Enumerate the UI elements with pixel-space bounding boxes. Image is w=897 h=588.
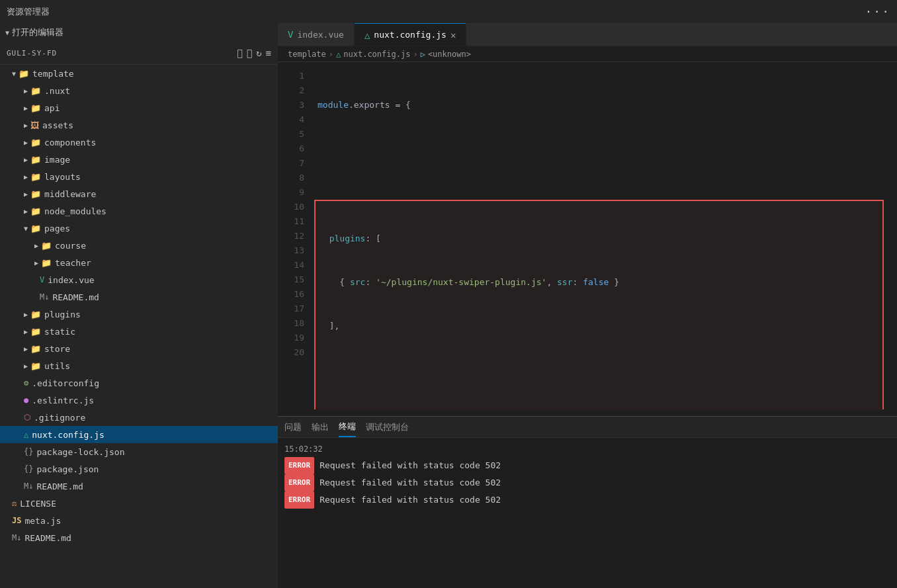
- panel-tabs: 问题 输出 终端 调试控制台: [278, 417, 897, 438]
- panel-content: 15:02:32 ERROR Request failed with statu…: [278, 438, 897, 588]
- md-template-icon: M↓: [24, 482, 33, 491]
- sidebar-item-editorconfig[interactable]: ⚙ .editorconfig: [0, 374, 278, 392]
- main-layout: ▼ 打开的编辑器 GULI-SY-FD   ↻ ≡ ▼ 📁 template: [0, 23, 897, 588]
- sidebar-item-package-json[interactable]: {} package.json: [0, 460, 278, 478]
- middleware-label: middleware: [44, 189, 96, 199]
- editor-area: V index.vue △ nuxt.config.js ✕ template …: [278, 23, 897, 588]
- line-numbers: 12345 678910 1112131415 1617181920: [278, 69, 314, 409]
- more-icon[interactable]: ···: [865, 5, 890, 19]
- json-lock-icon: {}: [24, 447, 33, 456]
- sidebar-item-assets[interactable]: ▶ 🖼 assets: [0, 116, 278, 134]
- sidebar-item-nuxt-config[interactable]: △ nuxt.config.js: [0, 426, 278, 443]
- license-icon: ⚖: [12, 499, 17, 508]
- sidebar-item-node-modules[interactable]: ▶ 📁 node_modules: [0, 202, 278, 220]
- tab-nuxt-config[interactable]: △ nuxt.config.js ✕: [355, 23, 466, 46]
- sidebar-item-template[interactable]: ▼ 📁 template: [0, 65, 278, 82]
- template-chevron: ▼: [12, 70, 16, 77]
- folder-store-icon: 📁: [30, 344, 41, 354]
- sidebar-item-layouts[interactable]: ▶ 📁 layouts: [0, 168, 278, 185]
- sidebar-item-readme-root[interactable]: M↓ README.md: [0, 529, 278, 546]
- course-chevron: ▶: [34, 242, 38, 249]
- sidebar-item-course[interactable]: ▶ 📁 course: [0, 237, 278, 254]
- store-label: store: [44, 344, 70, 354]
- code-editor[interactable]: 12345 678910 1112131415 1617181920 modul…: [278, 62, 897, 416]
- sidebar-item-meta-js[interactable]: JS meta.js: [0, 512, 278, 529]
- tab-close-icon[interactable]: ✕: [450, 30, 456, 40]
- node-modules-label: node_modules: [44, 206, 107, 216]
- panel-tab-debug[interactable]: 调试控制台: [366, 418, 409, 437]
- breadcrumb: template › △ nuxt.config.js › ▷ <unknown…: [278, 46, 897, 62]
- folder-components-icon: 📁: [30, 138, 41, 147]
- code-line-5: ],: [316, 319, 882, 333]
- template-label: template: [32, 69, 74, 79]
- sidebar-item-index-vue[interactable]: V index.vue: [0, 271, 278, 288]
- error-message-3: Request failed with status code 502: [320, 492, 501, 508]
- sidebar-item-utils[interactable]: ▶ 📁 utils: [0, 357, 278, 374]
- sidebar-item-components[interactable]: ▶ 📁 components: [0, 134, 278, 151]
- sidebar-item-teacher[interactable]: ▶ 📁 teacher: [0, 254, 278, 271]
- folder-pages-icon: 📁: [30, 224, 41, 233]
- open-editors-header[interactable]: ▼ 打开的编辑器: [0, 23, 278, 42]
- refresh-icon[interactable]: ↻: [256, 48, 261, 58]
- folder-api-icon: 📁: [30, 103, 41, 113]
- eslintrc-label: .eslintrc.js: [32, 396, 94, 405]
- folder-node-modules-icon: 📁: [30, 206, 41, 216]
- nuxt-label: .nuxt: [44, 86, 70, 96]
- readme-pages-label: README.md: [52, 292, 99, 302]
- utils-label: utils: [44, 361, 70, 371]
- breadcrumb-nuxt-icon: △: [336, 50, 341, 59]
- api-label: api: [44, 103, 60, 113]
- course-label: course: [55, 241, 86, 251]
- collapse-icon[interactable]: ≡: [266, 48, 271, 58]
- tab-vue-icon: V: [288, 29, 293, 40]
- new-file-icon[interactable]: : [237, 48, 242, 58]
- sidebar-item-eslintrc[interactable]: ● .eslintrc.js: [0, 392, 278, 409]
- sidebar-actions:   ↻ ≡: [237, 48, 271, 58]
- tab-index-vue[interactable]: V index.vue: [278, 23, 355, 46]
- breadcrumb-sep-2: ›: [413, 50, 417, 59]
- sidebar-item-middleware[interactable]: ▶ 📁 middleware: [0, 185, 278, 202]
- md-root-icon: M↓: [12, 533, 21, 542]
- sidebar-item-readme-pages[interactable]: M↓ README.md: [0, 288, 278, 306]
- root-label: GULI-SY-FD: [7, 49, 237, 58]
- sidebar-item-store[interactable]: ▶ 📁 store: [0, 340, 278, 357]
- code-line-2: [314, 142, 897, 156]
- folder-utils-icon: 📁: [30, 361, 41, 371]
- sidebar-item-gitignore[interactable]: ⬡ .gitignore: [0, 409, 278, 426]
- highlight-box: plugins: [ { src: '~/plugins/nuxt-swiper…: [314, 200, 884, 409]
- teacher-chevron: ▶: [34, 259, 38, 267]
- editorconfig-label: .editorconfig: [32, 378, 99, 388]
- panel-tab-terminal[interactable]: 终端: [339, 417, 356, 437]
- open-editors-label: 打开的编辑器: [12, 26, 64, 38]
- nuxt-chevron: ▶: [24, 87, 28, 95]
- sidebar-item-readme-template[interactable]: M↓ README.md: [0, 478, 278, 495]
- panel-tab-problems[interactable]: 问题: [284, 418, 302, 437]
- static-label: static: [44, 327, 75, 337]
- meta-js-label: meta.js: [24, 516, 61, 526]
- folder-nuxt-icon: 📁: [30, 86, 41, 96]
- folder-teacher-icon: 📁: [41, 258, 52, 268]
- panel-tab-output[interactable]: 输出: [312, 418, 329, 437]
- tab-index-vue-label: index.vue: [297, 30, 343, 40]
- static-chevron: ▶: [24, 328, 28, 335]
- sidebar-item-pages[interactable]: ▼ 📁 pages: [0, 220, 278, 237]
- node-modules-chevron: ▶: [24, 208, 28, 215]
- package-json-label: package.json: [36, 464, 99, 474]
- explorer-header: GULI-SY-FD   ↻ ≡: [0, 42, 278, 65]
- assets-chevron: ▶: [24, 122, 28, 129]
- image-label: image: [44, 155, 70, 165]
- sidebar-item-nuxt[interactable]: ▶ 📁 .nuxt: [0, 82, 278, 99]
- plugins-label: plugins: [44, 310, 81, 319]
- sidebar-item-package-lock[interactable]: {} package-lock.json: [0, 443, 278, 460]
- nuxt-config-icon: △: [24, 430, 28, 439]
- sidebar-item-license[interactable]: ⚖ LICENSE: [0, 495, 278, 512]
- license-label: LICENSE: [20, 499, 56, 509]
- new-folder-icon[interactable]: : [247, 48, 252, 58]
- sidebar-item-api[interactable]: ▶ 📁 api: [0, 99, 278, 116]
- sidebar-item-static[interactable]: ▶ 📁 static: [0, 323, 278, 340]
- sidebar-item-plugins[interactable]: ▶ 📁 plugins: [0, 306, 278, 323]
- folder-image-icon: 📁: [30, 155, 41, 165]
- sidebar-item-image[interactable]: ▶ 📁 image: [0, 151, 278, 168]
- git-icon: ⬡: [24, 413, 30, 422]
- layouts-chevron: ▶: [24, 173, 28, 181]
